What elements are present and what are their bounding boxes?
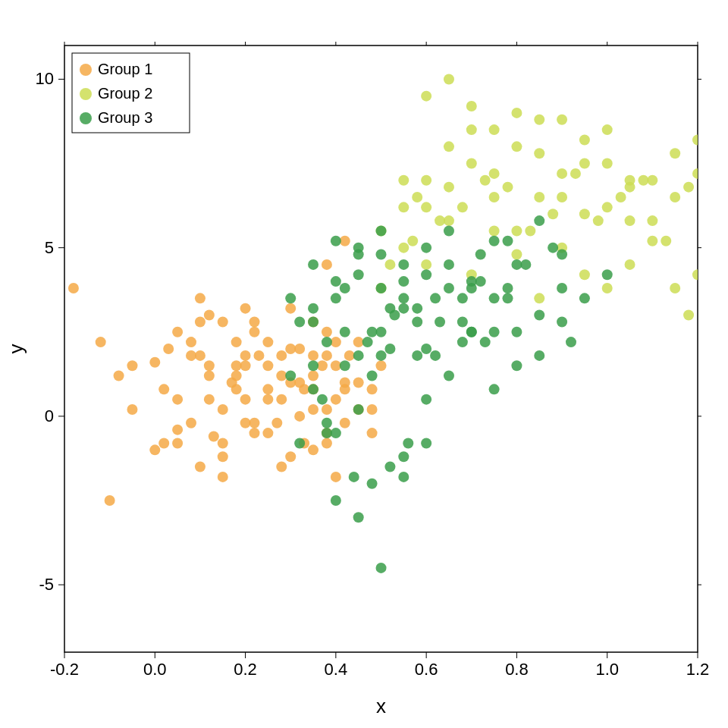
svg-text:y: y xyxy=(5,344,27,354)
svg-point-113 xyxy=(367,384,378,394)
svg-point-98 xyxy=(262,360,273,371)
svg-point-227 xyxy=(353,404,364,415)
svg-point-156 xyxy=(557,192,567,202)
svg-point-287 xyxy=(403,438,413,448)
svg-point-40 xyxy=(68,283,79,293)
svg-point-59 xyxy=(285,344,296,354)
svg-point-100 xyxy=(308,444,318,455)
svg-point-270 xyxy=(398,303,409,314)
svg-point-249 xyxy=(503,293,513,303)
svg-point-162 xyxy=(444,141,454,152)
svg-point-234 xyxy=(511,360,522,371)
svg-point-201 xyxy=(661,236,671,246)
svg-point-79 xyxy=(322,259,332,270)
svg-point-105 xyxy=(114,371,124,381)
svg-point-49 xyxy=(209,431,219,442)
svg-point-73 xyxy=(231,384,242,394)
svg-point-115 xyxy=(204,394,215,405)
svg-point-109 xyxy=(344,350,355,361)
svg-text:x: x xyxy=(376,695,386,717)
svg-point-254 xyxy=(566,337,576,347)
svg-point-48 xyxy=(204,371,215,381)
svg-point-239 xyxy=(421,438,431,448)
svg-point-213 xyxy=(376,225,387,236)
svg-point-153 xyxy=(489,124,500,135)
svg-point-132 xyxy=(249,418,260,428)
svg-point-128 xyxy=(322,350,332,361)
svg-text:Group 2: Group 2 xyxy=(98,85,152,102)
svg-text:0.0: 0.0 xyxy=(143,660,167,679)
svg-point-273 xyxy=(466,327,477,337)
svg-point-195 xyxy=(525,225,535,236)
svg-point-277 xyxy=(340,360,350,371)
svg-point-158 xyxy=(602,158,613,169)
svg-point-189 xyxy=(692,269,703,280)
svg-point-143 xyxy=(557,115,567,125)
svg-point-171 xyxy=(647,215,657,226)
svg-point-206 xyxy=(294,316,305,327)
svg-point-69 xyxy=(285,451,296,462)
svg-point-80 xyxy=(105,495,115,506)
svg-point-82 xyxy=(149,444,160,455)
svg-point-280 xyxy=(412,350,422,361)
svg-point-102 xyxy=(353,377,364,388)
svg-text:0.2: 0.2 xyxy=(234,660,257,679)
svg-point-41 xyxy=(96,337,106,347)
svg-point-110 xyxy=(172,438,183,448)
svg-point-46 xyxy=(186,350,196,361)
svg-point-250 xyxy=(520,259,531,270)
svg-point-186 xyxy=(625,259,635,270)
svg-point-243 xyxy=(367,371,378,381)
svg-point-173 xyxy=(692,168,703,179)
svg-point-216 xyxy=(412,316,422,327)
svg-point-85 xyxy=(218,472,228,482)
svg-point-53 xyxy=(240,360,251,371)
svg-point-235 xyxy=(353,512,364,522)
svg-point-229 xyxy=(398,451,409,462)
svg-point-120 xyxy=(218,451,228,462)
svg-point-163 xyxy=(466,158,477,169)
svg-point-77 xyxy=(331,394,341,405)
svg-point-141 xyxy=(511,141,522,152)
svg-point-207 xyxy=(308,259,318,270)
svg-point-194 xyxy=(503,182,513,193)
svg-point-257 xyxy=(398,293,409,303)
svg-point-75 xyxy=(276,350,287,361)
svg-point-111 xyxy=(240,350,251,361)
svg-point-160 xyxy=(398,175,409,186)
svg-text:0.8: 0.8 xyxy=(505,660,529,679)
svg-point-167 xyxy=(557,168,567,179)
svg-text:Group 1: Group 1 xyxy=(98,61,152,77)
svg-point-247 xyxy=(457,316,468,327)
svg-point-208 xyxy=(322,337,332,347)
svg-point-238 xyxy=(398,472,409,482)
svg-point-42 xyxy=(127,360,137,371)
svg-point-282 xyxy=(457,293,468,303)
svg-point-274 xyxy=(489,293,500,303)
svg-point-218 xyxy=(430,293,441,303)
svg-point-47 xyxy=(195,316,206,327)
svg-point-291 xyxy=(534,350,544,361)
svg-point-155 xyxy=(534,148,544,158)
svg-text:0.6: 0.6 xyxy=(415,660,438,679)
svg-point-210 xyxy=(340,283,350,293)
svg-point-191 xyxy=(435,215,445,226)
svg-point-151 xyxy=(444,74,454,84)
svg-point-305 xyxy=(80,112,92,124)
svg-point-112 xyxy=(308,371,318,381)
svg-point-264 xyxy=(557,249,567,260)
svg-point-57 xyxy=(271,418,282,428)
svg-point-83 xyxy=(172,327,183,337)
svg-point-261 xyxy=(489,236,500,246)
svg-point-90 xyxy=(331,360,341,371)
svg-point-172 xyxy=(670,192,680,202)
svg-point-253 xyxy=(557,283,567,293)
svg-point-50 xyxy=(218,404,228,415)
svg-point-251 xyxy=(534,310,544,321)
svg-point-106 xyxy=(163,344,174,354)
svg-point-121 xyxy=(262,384,273,394)
svg-point-116 xyxy=(249,327,260,337)
svg-point-67 xyxy=(240,303,251,314)
svg-point-190 xyxy=(412,192,422,202)
svg-point-283 xyxy=(480,337,491,347)
